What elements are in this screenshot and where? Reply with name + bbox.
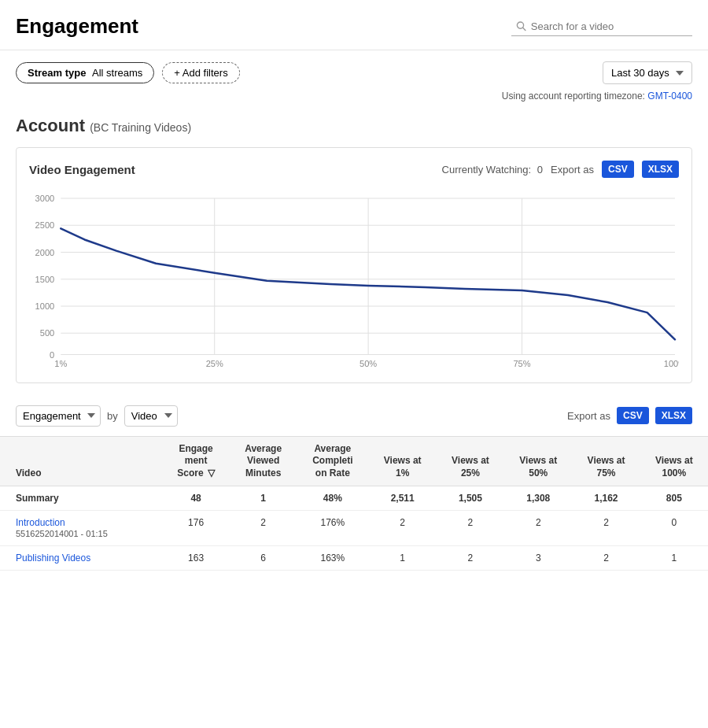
row2-avg-minutes: 6 <box>230 546 297 571</box>
filters-row: Stream type All streams + Add filters La… <box>0 50 708 91</box>
row1-completion: 176% <box>297 511 368 546</box>
col-header-engagement[interactable]: EngagementScore ▽ <box>162 436 230 486</box>
metric-select[interactable]: Engagement <box>16 405 101 427</box>
row1-views-75: 2 <box>572 511 640 546</box>
row2-views-25: 2 <box>437 546 504 571</box>
svg-text:1000: 1000 <box>35 301 55 311</box>
row1-avg-minutes: 2 <box>230 511 297 546</box>
svg-text:75%: 75% <box>513 359 530 368</box>
col-header-views-50: Views at50% <box>504 436 572 486</box>
chart-card: Video Engagement Currently Watching: 0 E… <box>16 147 692 383</box>
row1-views-50: 2 <box>504 511 572 546</box>
add-filters-button[interactable]: + Add filters <box>162 62 239 83</box>
summary-views-100: 805 <box>640 486 708 511</box>
chart-actions: Currently Watching: 0 Export as CSV XLSX <box>442 161 679 178</box>
account-label: Account <box>16 116 85 135</box>
col-header-completion: AverageCompletion Rate <box>297 436 368 486</box>
summary-views-1: 2,511 <box>369 486 437 511</box>
timezone-prefix: Using account reporting timezone: <box>502 91 645 102</box>
currently-watching-value: 0 <box>537 164 543 176</box>
page-header: Engagement <box>0 0 708 50</box>
summary-views-25: 1,505 <box>437 486 504 511</box>
svg-text:2500: 2500 <box>35 220 55 230</box>
summary-row: Summary 48 1 48% 2,511 1,505 1,308 1,162… <box>0 486 708 511</box>
search-box[interactable] <box>511 17 692 36</box>
chart-csv-button[interactable]: CSV <box>602 161 634 178</box>
col-header-views-1: Views at1% <box>369 436 437 486</box>
table-xlsx-button[interactable]: XLSX <box>655 407 692 424</box>
table-csv-button[interactable]: CSV <box>617 407 649 424</box>
video-link-publishing[interactable]: Publishing Videos <box>16 552 157 564</box>
svg-line-1 <box>523 28 525 30</box>
add-filters-label: + Add filters <box>174 67 227 79</box>
video-cell-1: Introduction 5516252014001 - 01:15 <box>0 511 162 546</box>
svg-text:3000: 3000 <box>35 194 55 203</box>
row2-views-1: 1 <box>369 546 437 571</box>
timezone-row: Using account reporting timezone: GMT-04… <box>0 91 708 109</box>
row2-views-100: 1 <box>640 546 708 571</box>
svg-text:2000: 2000 <box>35 248 55 257</box>
search-icon <box>516 20 526 31</box>
video-cell-2: Publishing Videos <box>0 546 162 571</box>
chart-export-label: Export as <box>551 164 594 176</box>
svg-text:100%: 100% <box>664 359 679 368</box>
by-label: by <box>107 410 118 422</box>
search-input[interactable] <box>531 20 688 32</box>
summary-completion: 48% <box>297 486 368 511</box>
video-link-introduction[interactable]: Introduction <box>16 517 157 528</box>
row1-views-1: 2 <box>369 511 437 546</box>
col-header-views-100: Views at100% <box>640 436 708 486</box>
table-row: Publishing Videos 163 6 163% 1 2 3 2 1 <box>0 546 708 571</box>
svg-text:1%: 1% <box>54 359 67 368</box>
svg-text:25%: 25% <box>206 359 223 368</box>
col-header-views-75: Views at75% <box>572 436 640 486</box>
table-export-right: Export as CSV XLSX <box>567 407 692 424</box>
engagement-chart: 3000 2500 2000 1500 1000 500 0 1% 25 <box>29 187 679 370</box>
svg-text:1500: 1500 <box>35 275 55 284</box>
svg-text:500: 500 <box>40 328 54 338</box>
svg-text:50%: 50% <box>360 359 377 368</box>
row1-views-25: 2 <box>437 511 504 546</box>
timezone-link[interactable]: GMT-0400 <box>647 91 692 102</box>
stream-type-label: Stream type <box>28 67 86 79</box>
summary-label: Summary <box>0 486 162 511</box>
summary-views-75: 1,162 <box>572 486 640 511</box>
col-header-views-25: Views at25% <box>437 436 504 486</box>
video-id-1: 5516252014001 - 01:15 <box>16 529 108 538</box>
dimension-select[interactable]: Video <box>124 405 178 427</box>
chart-header: Video Engagement Currently Watching: 0 E… <box>29 161 679 178</box>
row1-engagement: 176 <box>162 511 230 546</box>
filters-left: Stream type All streams + Add filters <box>16 62 240 83</box>
row1-views-100: 0 <box>640 511 708 546</box>
chart-title: Video Engagement <box>29 163 135 176</box>
table-controls-left: Engagement by Video <box>16 405 178 427</box>
col-header-video: Video <box>0 436 162 486</box>
table-controls: Engagement by Video Export as CSV XLSX <box>0 396 708 436</box>
engagement-table: Video EngagementScore ▽ AverageViewedMin… <box>0 436 708 571</box>
account-section-title: Account (BC Training Videos) <box>0 109 708 147</box>
row2-completion: 163% <box>297 546 368 571</box>
page-title: Engagement <box>16 14 138 39</box>
date-range-select[interactable]: Last 30 days Last 7 days Last 90 days Cu… <box>603 61 692 84</box>
summary-views-50: 1,308 <box>504 486 572 511</box>
stream-type-button[interactable]: Stream type All streams <box>16 62 154 83</box>
summary-engagement: 48 <box>162 486 230 511</box>
chart-svg: 3000 2500 2000 1500 1000 500 0 1% 25 <box>29 187 679 370</box>
date-selector-wrapper[interactable]: Last 30 days Last 7 days Last 90 days Cu… <box>603 61 692 84</box>
row2-views-75: 2 <box>572 546 640 571</box>
summary-avg-minutes: 1 <box>230 486 297 511</box>
row2-views-50: 3 <box>504 546 572 571</box>
table-export-label: Export as <box>567 410 610 422</box>
row2-engagement: 163 <box>162 546 230 571</box>
table-row: Introduction 5516252014001 - 01:15 176 2… <box>0 511 708 546</box>
chart-xlsx-button[interactable]: XLSX <box>642 161 679 178</box>
table-header-row: Video EngagementScore ▽ AverageViewedMin… <box>0 436 708 486</box>
col-header-avg-minutes: AverageViewedMinutes <box>230 436 297 486</box>
stream-type-value: All streams <box>92 67 142 79</box>
account-subtitle: (BC Training Videos) <box>90 121 191 134</box>
currently-watching-label: Currently Watching: 0 <box>442 164 544 176</box>
